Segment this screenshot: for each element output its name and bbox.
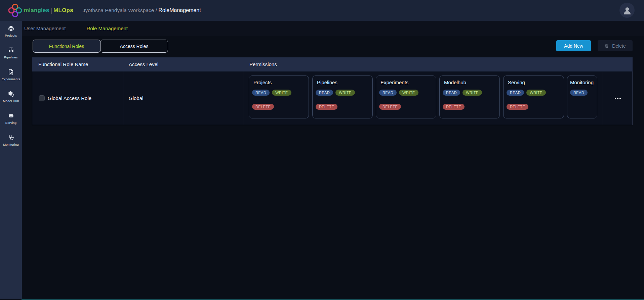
brand-logo[interactable]: mlangles | MLOps (7, 3, 73, 18)
brand-name: mlangles (24, 7, 49, 14)
subtab-functional-roles[interactable]: Functional Roles (33, 40, 100, 53)
add-new-button[interactable]: Add New (556, 40, 591, 51)
badge-delete: DELETE (252, 104, 274, 110)
permission-module-title: Pipelines (317, 80, 368, 85)
stethoscope-icon (8, 134, 14, 141)
breadcrumb-workspace: Jyothsna Pendyala Workspace / (83, 7, 158, 13)
cell-functional-role-name: Global Access Role (48, 71, 91, 125)
sidebar-item-pipelines[interactable]: Pipelines (0, 47, 22, 59)
row-actions-menu[interactable] (603, 71, 633, 125)
permission-card-pipelines: Pipelines READ WRITE DELETE (312, 76, 373, 118)
column-divider (123, 71, 123, 125)
badge-write: WRITE (399, 90, 418, 96)
brand-product: MLOps (53, 7, 73, 14)
badge-write: WRITE (462, 90, 482, 96)
sidebar-item-monitoring[interactable]: Monitoring (0, 134, 22, 146)
permission-card-monitoring: Monitoring READ (567, 76, 597, 118)
subtab-access-roles[interactable]: Access Roles (100, 40, 168, 53)
permission-module-title: Projects (253, 80, 304, 85)
badge-delete: DELETE (443, 104, 465, 110)
column-divider (243, 71, 243, 125)
user-avatar[interactable] (619, 3, 635, 18)
toolbar-actions: Add New Delete (556, 40, 633, 51)
delete-button-label: Delete (612, 43, 626, 49)
badge-read: READ (316, 90, 333, 96)
badge-read: READ (443, 90, 460, 96)
breadcrumb-page: RoleManagement (158, 7, 201, 13)
brand-divider: | (50, 7, 52, 14)
permission-card-projects: Projects READ WRITE DELETE (249, 76, 309, 118)
more-options-icon (615, 98, 621, 99)
tab-role-management[interactable]: Role Management (86, 26, 128, 31)
badge-write: WRITE (526, 90, 546, 96)
sidebar-item-label: Model Hub (3, 99, 19, 103)
badge-read: READ (507, 90, 524, 96)
permission-module-title: Modelhub (444, 80, 495, 85)
server-icon (8, 112, 14, 119)
delete-button[interactable]: Delete (598, 40, 633, 51)
trash-icon (604, 43, 609, 48)
role-type-toggle: Functional Roles Access Roles (33, 40, 168, 53)
sidebar-item-label: Serving (5, 121, 17, 124)
badge-delete: DELETE (316, 104, 337, 110)
badge-read: READ (252, 90, 270, 96)
column-header-permissions: Permissions (249, 57, 277, 71)
cube-network-icon (8, 91, 14, 97)
permission-card-experiments: Experiments READ WRITE DELETE (376, 76, 436, 118)
sidebar-item-projects[interactable]: Projects (0, 25, 22, 37)
sidebar-nav: Projects Pipelines Experiments Model Hub (0, 21, 22, 299)
row-select-checkbox[interactable] (39, 95, 45, 101)
sidebar-item-experiments[interactable]: Experiments (0, 69, 22, 81)
sidebar-item-label: Projects (5, 34, 17, 37)
column-header-access-level: Access Level (129, 57, 158, 71)
badge-read: READ (379, 90, 397, 96)
document-edit-icon (8, 69, 14, 76)
table-row: Global Access Role Global Projects READ … (32, 71, 633, 125)
table-header-row: Functional Role Name Access Level Permis… (32, 57, 633, 71)
permission-module-title: Experiments (380, 80, 432, 85)
permission-module-title: Monitoring (570, 80, 594, 85)
badge-delete: DELETE (507, 104, 528, 110)
person-icon (622, 5, 632, 15)
valve-icon (8, 47, 14, 54)
horizontal-scrollbar[interactable] (22, 299, 644, 300)
sidebar-item-label: Experiments (2, 77, 20, 81)
layers-icon (8, 25, 14, 32)
functional-roles-table: Functional Role Name Access Level Permis… (32, 57, 633, 125)
breadcrumb: Jyothsna Pendyala Workspace / RoleManage… (83, 7, 201, 13)
permission-card-serving: Serving READ WRITE DELETE (503, 76, 564, 118)
page-tabbar: User Management Role Management (22, 21, 644, 36)
permission-module-title: Serving (508, 80, 559, 85)
sidebar-item-label: Pipelines (4, 55, 17, 59)
top-header: mlangles | MLOps Jyothsna Pendyala Works… (0, 0, 644, 21)
sidebar-item-label: Monitoring (3, 143, 18, 146)
permission-card-modelhub: Modelhub READ WRITE DELETE (439, 76, 500, 118)
column-header-functional-role-name: Functional Role Name (38, 57, 88, 71)
tab-user-management[interactable]: User Management (24, 26, 66, 31)
sidebar-item-serving[interactable]: Serving (0, 112, 22, 124)
badge-write: WRITE (272, 90, 291, 96)
badge-delete: DELETE (379, 104, 401, 110)
badge-write: WRITE (335, 90, 355, 96)
badge-read: READ (570, 90, 588, 96)
cell-access-level: Global (129, 71, 143, 125)
mlangles-logo-icon (7, 3, 23, 18)
sidebar-item-model-hub[interactable]: Model Hub (0, 91, 22, 103)
